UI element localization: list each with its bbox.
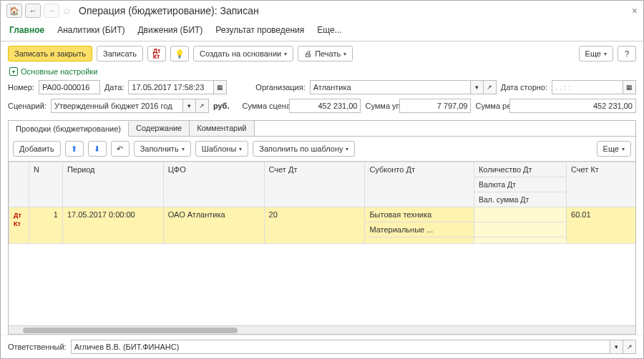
col-currency-dt[interactable]: Валюта Дт bbox=[474, 177, 566, 192]
sum-regl-label: Сумма регл: bbox=[475, 102, 505, 110]
forward-button: → bbox=[44, 4, 59, 18]
toolbar-more-button[interactable]: Еще▾ bbox=[579, 46, 613, 62]
table-row[interactable]: ДтКт 1 17.05.2017 0:00:00 ОАО Атлантика … bbox=[9, 207, 636, 222]
window-title: Операция (бюджетирование): Записан bbox=[79, 5, 259, 16]
col-qty-dt[interactable]: Количество Дт bbox=[474, 162, 566, 177]
menu-analytics[interactable]: Аналитики (БИТ) bbox=[57, 25, 125, 35]
settings-toggle[interactable]: ▾ Основные настройки bbox=[1, 66, 643, 80]
sum-scen-label: Сумма сценарий: bbox=[242, 102, 285, 110]
storno-calendar-button[interactable]: ▦ bbox=[623, 80, 636, 94]
col-cfo[interactable]: ЦФО bbox=[163, 162, 264, 207]
cell-subconto-dt3[interactable] bbox=[365, 237, 474, 244]
tab-entries[interactable]: Проводки (бюджетирование) bbox=[9, 122, 129, 137]
favorite-icon[interactable]: ☆ bbox=[62, 5, 72, 16]
grid-more-button[interactable]: Еще▾ bbox=[597, 141, 631, 157]
cell-currency-dt[interactable] bbox=[474, 222, 566, 237]
save-close-button[interactable]: Записать и закрыть bbox=[8, 46, 92, 62]
undo-button[interactable]: ↶ bbox=[111, 141, 130, 157]
menu-movements[interactable]: Движения (БИТ) bbox=[137, 25, 203, 35]
date-input-group: 17.05.2017 17:58:23 ▦ bbox=[128, 80, 227, 94]
number-label: Номер: bbox=[8, 83, 34, 92]
org-input[interactable]: Атлантика bbox=[310, 80, 471, 94]
close-button[interactable]: × bbox=[632, 5, 638, 16]
col-n[interactable]: N bbox=[29, 162, 62, 207]
responsible-input-group: Агличев В.В. (БИТ.ФИНАНС) ▾ ↗ bbox=[71, 340, 636, 354]
col-period[interactable]: Период bbox=[62, 162, 163, 207]
number-input[interactable]: РА00-000016 bbox=[39, 80, 100, 94]
tab-content[interactable]: Содержание bbox=[129, 121, 190, 136]
sub-tabs: Проводки (бюджетирование) Содержание Ком… bbox=[8, 120, 636, 136]
currency-label: руб. bbox=[213, 102, 230, 110]
save-button[interactable]: Записать bbox=[97, 46, 143, 62]
org-pick-button[interactable]: ▾ bbox=[471, 80, 484, 94]
col-debit-acc[interactable]: Счет Дт bbox=[264, 162, 365, 207]
back-button[interactable]: ← bbox=[25, 4, 41, 18]
menu-result[interactable]: Результат проведения bbox=[215, 25, 304, 35]
grid[interactable]: N Период ЦФО Счет Дт Субконто Дт Количес… bbox=[9, 161, 635, 325]
horizontal-scrollbar[interactable] bbox=[9, 325, 635, 334]
create-based-button[interactable]: Создать на основании▾ bbox=[193, 46, 293, 62]
scenario-open-button[interactable]: ↗ bbox=[196, 99, 209, 113]
date-calendar-button[interactable]: ▦ bbox=[214, 80, 227, 94]
undo-icon: ↶ bbox=[117, 144, 123, 154]
scenario-input[interactable]: Утвержденный бюджет 2016 год bbox=[51, 99, 183, 113]
responsible-pick-button[interactable]: ▾ bbox=[610, 340, 623, 354]
responsible-input[interactable]: Агличев В.В. (БИТ.ФИНАНС) bbox=[71, 340, 610, 354]
storno-label: Дата сторно: bbox=[501, 83, 547, 92]
col-subconto-dt[interactable]: Субконто Дт bbox=[365, 162, 474, 207]
cell-valsum-dt[interactable] bbox=[474, 237, 566, 244]
scenario-input-group: Утвержденный бюджет 2016 год ▾ ↗ bbox=[51, 99, 209, 113]
scenario-pick-button[interactable]: ▾ bbox=[183, 99, 196, 113]
scenario-label: Сценарий: bbox=[8, 102, 47, 110]
tab-comment[interactable]: Комментарий bbox=[190, 121, 254, 136]
responsible-label: Ответственный: bbox=[8, 343, 67, 351]
move-down-button[interactable]: ⬇ bbox=[88, 141, 107, 157]
fill-by-template-button[interactable]: Заполнить по шаблону▾ bbox=[253, 141, 355, 157]
cell-subconto-dt2[interactable]: Материальные ... bbox=[365, 222, 474, 237]
cell-period[interactable]: 17.05.2017 0:00:00 bbox=[62, 207, 163, 244]
home-button[interactable]: 🏠 bbox=[6, 4, 22, 18]
arrow-up-icon: ⬆ bbox=[71, 144, 77, 154]
chevron-down-icon: ▾ bbox=[9, 67, 18, 76]
cell-n[interactable]: 1 bbox=[29, 207, 62, 244]
cell-cfo[interactable]: ОАО Атлантика bbox=[163, 207, 264, 244]
dtkt-icon: ДтКт bbox=[153, 48, 161, 59]
cell-qty-dt[interactable] bbox=[474, 207, 566, 222]
responsible-open-button[interactable]: ↗ bbox=[623, 340, 636, 354]
printer-icon: 🖨 bbox=[304, 49, 312, 58]
date-label: Дата: bbox=[104, 83, 124, 92]
col-credit-acc[interactable]: Счет Кт bbox=[567, 162, 635, 207]
bulb-icon: 💡 bbox=[175, 49, 185, 59]
arrow-down-icon: ⬇ bbox=[94, 144, 100, 154]
cell-credit-acc[interactable]: 60.01 bbox=[567, 207, 635, 244]
sum-upr-input[interactable]: 7 797,09 bbox=[399, 99, 471, 113]
dtkt-row-icon: ДтКт bbox=[14, 212, 21, 227]
sum-upr-label: Сумма упр: bbox=[365, 102, 395, 110]
sum-scen-input[interactable]: 452 231,00 bbox=[289, 99, 361, 113]
menu-main[interactable]: Главное bbox=[9, 25, 44, 35]
cell-debit-acc[interactable]: 20 bbox=[264, 207, 365, 244]
sum-regl-input[interactable]: 452 231,00 bbox=[509, 99, 636, 113]
date-input[interactable]: 17.05.2017 17:58:23 bbox=[128, 80, 214, 94]
help-button[interactable]: ? bbox=[618, 46, 636, 62]
org-open-button[interactable]: ↗ bbox=[484, 80, 497, 94]
bulb-button[interactable]: 💡 bbox=[170, 46, 189, 62]
menu-more[interactable]: Еще... bbox=[317, 25, 341, 35]
move-up-button[interactable]: ⬆ bbox=[65, 141, 84, 157]
storno-input-group: . . : : ▦ bbox=[552, 80, 636, 94]
cell-subconto-dt1[interactable]: Бытовая техника bbox=[365, 207, 474, 222]
menubar: Главное Аналитики (БИТ) Движения (БИТ) Р… bbox=[1, 21, 643, 41]
print-button[interactable]: 🖨Печать▾ bbox=[298, 46, 353, 62]
dtkt-button[interactable]: ДтКт bbox=[147, 46, 166, 62]
templates-button[interactable]: Шаблоны▾ bbox=[195, 141, 249, 157]
fill-button[interactable]: Заполнить▾ bbox=[134, 141, 191, 157]
add-button[interactable]: Добавить bbox=[13, 141, 61, 157]
col-valsum-dt[interactable]: Вал. сумма Дт bbox=[474, 192, 566, 207]
org-input-group: Атлантика ▾ ↗ bbox=[310, 80, 497, 94]
storno-input[interactable]: . . : : bbox=[552, 80, 623, 94]
org-label: Организация: bbox=[255, 83, 305, 92]
